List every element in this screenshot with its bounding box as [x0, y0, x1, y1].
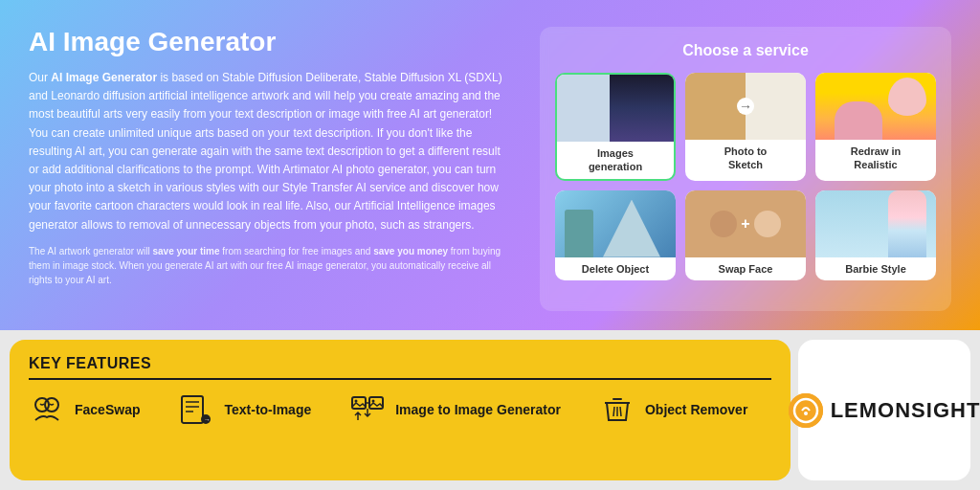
object-remover-icon: [599, 391, 635, 428]
service-image-delete-obj: [555, 190, 676, 257]
face-circle-2: [754, 211, 781, 237]
text-to-image-icon: →: [178, 391, 214, 428]
small-note-text: The AI artwork generator will save your …: [29, 244, 511, 287]
choose-title: Choose a service: [555, 42, 936, 59]
plus-icon: +: [741, 215, 749, 233]
service-card-redraw[interactable]: Redraw inRealistic: [815, 73, 936, 181]
face-circle-1: [710, 211, 737, 237]
svg-line-12: [613, 407, 614, 416]
service-image-barbie: [815, 190, 936, 257]
faceswap-label: FaceSwap: [75, 402, 140, 417]
description-text: Our AI Image Generator is based on Stabl…: [29, 69, 511, 234]
service-card-delete-obj[interactable]: Delete Object: [555, 190, 676, 280]
logo-text: LEMONSIGHT: [831, 398, 980, 423]
service-card-swap-face[interactable]: + Swap Face: [685, 190, 806, 280]
text-to-image-label: Text-to-Image: [224, 402, 311, 417]
service-label-redraw: Redraw inRealistic: [847, 140, 905, 177]
service-image-redraw: [815, 73, 936, 140]
page-title: AI Image Generator: [29, 27, 511, 57]
service-image-photo-sketch: [685, 73, 806, 140]
bottom-section: KEY FEATURES FaceSwap: [0, 330, 980, 490]
object-remover-label: Object Remover: [645, 402, 747, 417]
barbie-figure: [888, 190, 926, 257]
service-card-images-gen[interactable]: Imagesgeneration: [555, 73, 676, 181]
svg-rect-2: [182, 396, 203, 423]
feature-faceswap[interactable]: FaceSwap: [29, 391, 140, 428]
service-label-photo-sketch: Photo toSketch: [721, 140, 771, 177]
feature-text-to-image[interactable]: → Text-to-Image: [178, 391, 311, 428]
service-chooser: Choose a service Imagesgeneration Photo …: [540, 27, 951, 311]
feature-image-to-image[interactable]: Image to Image Generator: [349, 391, 561, 428]
service-grid: Imagesgeneration Photo toSketch Redraw i…: [555, 73, 936, 280]
service-card-barbie[interactable]: Barbie Style: [815, 190, 936, 280]
logo-panel: LEMONSIGHT: [798, 340, 970, 480]
image-to-image-icon: [349, 391, 386, 428]
features-title: KEY FEATURES: [29, 355, 771, 380]
svg-rect-10: [369, 397, 383, 409]
service-label-images-gen: Imagesgeneration: [585, 142, 646, 179]
svg-rect-8: [352, 397, 366, 409]
svg-line-14: [620, 407, 621, 416]
faceswap-icon: [29, 391, 65, 428]
service-label-swap-face: Swap Face: [715, 257, 777, 280]
feature-object-remover[interactable]: Object Remover: [599, 391, 747, 428]
features-list: FaceSwap → Text-to-Image: [29, 391, 771, 428]
service-image-swap-face: +: [685, 190, 806, 257]
svg-point-9: [355, 400, 358, 403]
top-section: AI Image Generator Our AI Image Generato…: [0, 0, 980, 330]
service-label-barbie: Barbie Style: [841, 257, 910, 280]
svg-point-11: [372, 400, 375, 403]
service-card-photo-sketch[interactable]: Photo toSketch: [685, 73, 806, 181]
service-image-images-gen: [557, 75, 674, 142]
features-panel: KEY FEATURES FaceSwap: [10, 340, 791, 480]
svg-text:→: →: [204, 416, 211, 423]
left-content: AI Image Generator Our AI Image Generato…: [29, 27, 511, 311]
svg-point-17: [804, 412, 808, 415]
image-to-image-label: Image to Image Generator: [395, 402, 561, 417]
service-label-delete-obj: Delete Object: [578, 257, 653, 280]
logo-icon: [789, 393, 823, 428]
